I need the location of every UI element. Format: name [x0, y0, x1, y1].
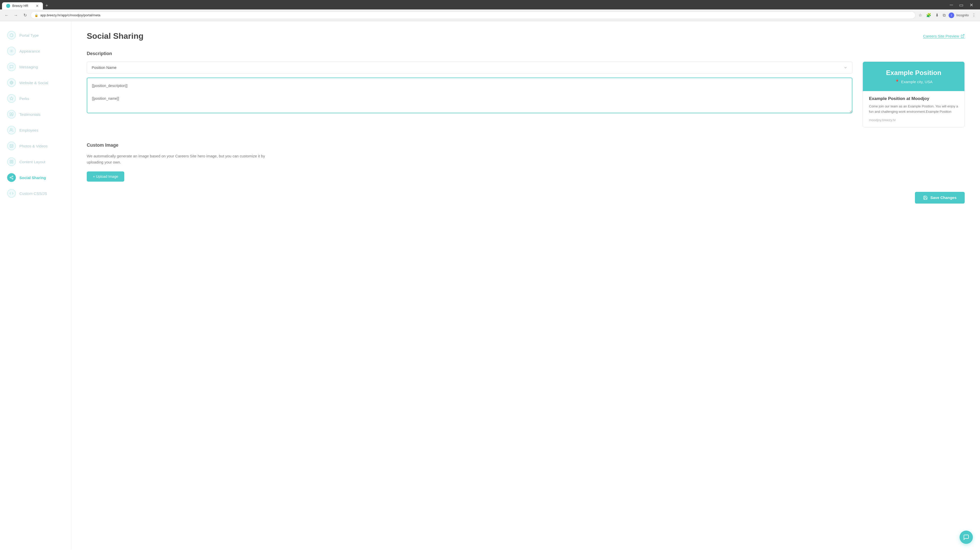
- sidebar-item-messaging[interactable]: Messaging: [0, 59, 71, 75]
- menu-button[interactable]: ⋮: [971, 12, 977, 19]
- svg-rect-9: [12, 162, 13, 163]
- description-textarea[interactable]: [[position_description]] [[position_name…: [87, 78, 853, 113]
- sidebar-item-label: Messaging: [19, 65, 38, 69]
- svg-line-14: [11, 178, 12, 179]
- incognito-label: Incognito: [956, 14, 969, 17]
- content-grid: Position Name [[position_description]] […: [87, 62, 965, 127]
- svg-point-1: [11, 50, 12, 52]
- sidebar-item-content-layout[interactable]: Content Layout: [0, 154, 71, 170]
- sidebar-item-label: Testimonials: [19, 112, 41, 117]
- main-content: Social Sharing Careers Site Preview Desc…: [72, 21, 980, 550]
- window-controls: ─ ▭ ✕: [945, 2, 978, 10]
- active-tab[interactable]: Breezy HR ✕: [2, 2, 43, 10]
- back-button[interactable]: ←: [3, 12, 10, 19]
- svg-line-16: [963, 35, 964, 36]
- forward-button[interactable]: →: [12, 12, 19, 19]
- sidebar-item-employees[interactable]: Employees: [0, 122, 71, 138]
- careers-preview-link[interactable]: Careers Site Preview: [923, 34, 965, 38]
- sidebar-item-label: Perks: [19, 97, 29, 101]
- sidebar-item-website-social[interactable]: Website & Social: [0, 75, 71, 91]
- sidebar-item-portal-type[interactable]: Portal Type: [0, 27, 71, 43]
- sidebar-item-label: Employees: [19, 128, 38, 132]
- portal-type-icon: [7, 31, 16, 40]
- sidebar-item-label: Custom CSS/JS: [19, 191, 47, 196]
- svg-point-13: [12, 178, 13, 179]
- custom-image-description: We automatically generate an image based…: [87, 153, 266, 165]
- messaging-icon: [7, 62, 16, 71]
- tab-close-button[interactable]: ✕: [36, 4, 39, 8]
- page-title: Social Sharing: [87, 32, 143, 41]
- website-social-icon: [7, 78, 16, 87]
- preview-card-header: Example Position 📍 Example city, USA: [863, 62, 964, 91]
- position-dropdown-label: Position Name: [92, 65, 117, 70]
- description-panel: Position Name [[position_description]] […: [87, 62, 853, 127]
- save-icon: [923, 195, 928, 200]
- preview-card-subtitle: Example Position at Moodjoy: [869, 96, 958, 101]
- lock-icon: 🔒: [35, 14, 38, 17]
- browser-toolbar: ← → ↻ 🔒 app.breezy.hr/app/c/moodjoy/port…: [0, 10, 980, 21]
- maximize-button[interactable]: ▭: [958, 2, 965, 8]
- chevron-down-icon: [843, 65, 848, 70]
- save-changes-button[interactable]: Save Changes: [915, 192, 965, 203]
- sidebar-item-label: Website & Social: [19, 81, 48, 85]
- sidebar-item-photos-videos[interactable]: Photos & Videos: [0, 138, 71, 154]
- sidebar-item-label: Photos & Videos: [19, 144, 48, 148]
- chat-bubble[interactable]: [959, 530, 973, 544]
- careers-preview-label: Careers Site Preview: [923, 34, 959, 38]
- preview-card-title: Example Position: [869, 69, 958, 77]
- app-layout: Portal Type Appearance Messaging Website…: [0, 21, 980, 550]
- svg-point-11: [12, 176, 13, 177]
- download-button[interactable]: ⬇: [934, 12, 940, 19]
- upload-button-label: + Upload Image: [93, 175, 118, 179]
- svg-rect-10: [10, 162, 11, 163]
- preview-card-body: Example Position at Moodjoy Come join ou…: [863, 91, 964, 127]
- sidebar-item-label: Content Layout: [19, 160, 45, 164]
- preview-card-desc: Come join our team as an Example Positio…: [869, 104, 958, 114]
- profile-button[interactable]: I: [948, 13, 954, 18]
- external-link-icon: [961, 34, 965, 38]
- browser-chrome: Breezy HR ✕ + ─ ▭ ✕ ← → ↻ 🔒 app.breezy.h…: [0, 0, 980, 21]
- sidebar-item-social-sharing[interactable]: Social Sharing: [0, 170, 71, 186]
- browser-tabs: Breezy HR ✕ + ─ ▭ ✕: [0, 0, 980, 10]
- split-view-button[interactable]: ⧉: [942, 12, 947, 19]
- chat-icon: [963, 534, 969, 540]
- close-button[interactable]: ✕: [968, 2, 975, 8]
- sidebar-item-testimonials[interactable]: Testimonials: [0, 106, 71, 122]
- social-sharing-icon: [7, 173, 16, 182]
- location-pin-icon: 📍: [895, 79, 900, 84]
- preview-card-location: 📍 Example city, USA: [869, 79, 958, 84]
- svg-point-4: [10, 129, 11, 130]
- sidebar-item-custom-css-js[interactable]: Custom CSS/JS: [0, 186, 71, 201]
- svg-rect-7: [10, 160, 11, 162]
- sidebar-item-appearance[interactable]: Appearance: [0, 43, 71, 59]
- position-name-dropdown[interactable]: Position Name: [87, 62, 853, 73]
- bookmark-button[interactable]: ☆: [918, 12, 923, 19]
- content-layout-icon: [7, 157, 16, 166]
- svg-point-12: [10, 177, 11, 178]
- custom-css-icon: [7, 189, 16, 198]
- testimonials-icon: [7, 110, 16, 119]
- url-text: app.breezy.hr/app/c/moodjoy/portal/meta: [40, 13, 100, 17]
- custom-image-section: Custom Image We automatically generate a…: [87, 143, 965, 182]
- perks-icon: [7, 94, 16, 103]
- sidebar-item-perks[interactable]: Perks: [0, 91, 71, 106]
- preview-card: Example Position 📍 Example city, USA Exa…: [862, 62, 965, 127]
- browser-actions: ☆ 🧩 ⬇ ⧉ I Incognito ⋮: [918, 12, 977, 19]
- address-bar[interactable]: 🔒 app.breezy.hr/app/c/moodjoy/portal/met…: [30, 11, 915, 19]
- svg-marker-3: [10, 97, 13, 100]
- employees-icon: [7, 126, 16, 135]
- sidebar-item-label: Portal Type: [19, 33, 39, 38]
- tab-favicon: [6, 4, 10, 8]
- page-header: Social Sharing Careers Site Preview: [87, 32, 965, 41]
- svg-line-15: [11, 176, 12, 177]
- reload-button[interactable]: ↻: [21, 12, 29, 19]
- minimize-button[interactable]: ─: [948, 2, 955, 8]
- extensions-button[interactable]: 🧩: [925, 12, 932, 19]
- upload-image-button[interactable]: + Upload Image: [87, 171, 124, 182]
- sidebar-item-label: Appearance: [19, 49, 40, 53]
- new-tab-button[interactable]: +: [43, 2, 50, 10]
- save-button-label: Save Changes: [930, 195, 956, 200]
- tab-title: Breezy HR: [12, 4, 28, 8]
- custom-image-title: Custom Image: [87, 143, 965, 148]
- svg-rect-8: [12, 160, 13, 162]
